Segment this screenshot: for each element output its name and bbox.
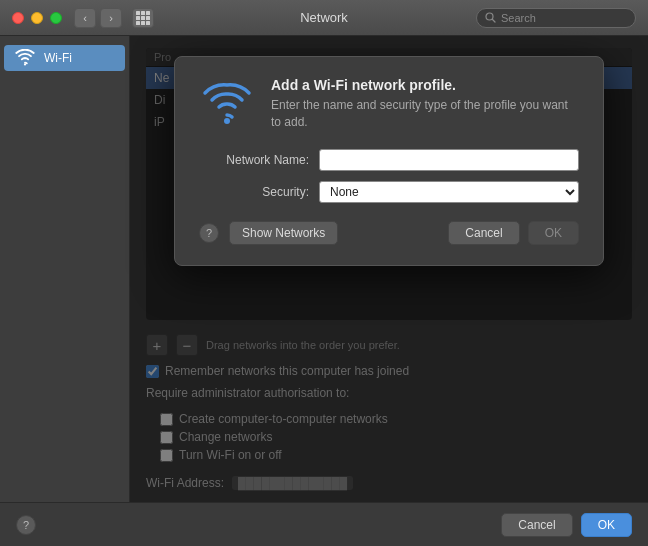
ok-button[interactable]: OK — [581, 513, 632, 537]
window-controls — [12, 12, 62, 24]
wifi-icon — [14, 49, 36, 67]
svg-point-2 — [24, 63, 26, 65]
forward-button[interactable]: › — [100, 8, 122, 28]
svg-point-0 — [486, 13, 493, 20]
modal-cancel-button[interactable]: Cancel — [448, 221, 519, 245]
grid-icon — [136, 11, 150, 25]
help-button[interactable]: ? — [16, 515, 36, 535]
network-name-input[interactable] — [319, 149, 579, 171]
modal-header: Add a Wi-Fi network profile. Enter the n… — [199, 77, 579, 131]
sidebar-item-wifi[interactable]: Wi-Fi — [4, 45, 125, 71]
show-networks-button[interactable]: Show Networks — [229, 221, 338, 245]
titlebar: ‹ › Network — [0, 0, 648, 36]
search-icon — [485, 12, 496, 23]
back-button[interactable]: ‹ — [74, 8, 96, 28]
security-row: Security: None WPA2 Personal WPA3 Person… — [199, 181, 579, 203]
maximize-button[interactable] — [50, 12, 62, 24]
modal-help-button[interactable]: ? — [199, 223, 219, 243]
network-name-label: Network Name: — [199, 153, 309, 167]
nav-buttons: ‹ › — [74, 8, 122, 28]
grid-button[interactable] — [132, 8, 154, 28]
bottom-bar: ? Cancel OK — [0, 502, 648, 546]
add-wifi-modal: Add a Wi-Fi network profile. Enter the n… — [174, 56, 604, 266]
modal-ok-button[interactable]: OK — [528, 221, 579, 245]
security-label: Security: — [199, 185, 309, 199]
security-select[interactable]: None WPA2 Personal WPA3 Personal WEP — [319, 181, 579, 203]
modal-title: Add a Wi-Fi network profile. — [271, 77, 579, 93]
sidebar-wifi-label: Wi-Fi — [44, 51, 72, 65]
window-title: Network — [300, 10, 348, 25]
minimize-button[interactable] — [31, 12, 43, 24]
main-content: Wi-Fi Pro Ne Di iP + − Drag networks int… — [0, 36, 648, 502]
modal-description: Enter the name and security type of the … — [271, 97, 579, 131]
modal-footer: ? Show Networks Cancel OK — [199, 221, 579, 245]
modal-wifi-icon — [199, 79, 255, 131]
modal-form: Network Name: Security: None WPA2 Person… — [199, 149, 579, 203]
modal-overlay: Add a Wi-Fi network profile. Enter the n… — [130, 36, 648, 502]
search-input[interactable] — [501, 12, 627, 24]
network-name-row: Network Name: — [199, 149, 579, 171]
modal-header-text: Add a Wi-Fi network profile. Enter the n… — [271, 77, 579, 131]
cancel-button[interactable]: Cancel — [501, 513, 572, 537]
svg-point-3 — [224, 118, 230, 124]
svg-line-1 — [493, 20, 496, 23]
sidebar: Wi-Fi — [0, 36, 130, 502]
close-button[interactable] — [12, 12, 24, 24]
search-bar[interactable] — [476, 8, 636, 28]
right-panel: Pro Ne Di iP + − Drag networks into the … — [130, 36, 648, 502]
